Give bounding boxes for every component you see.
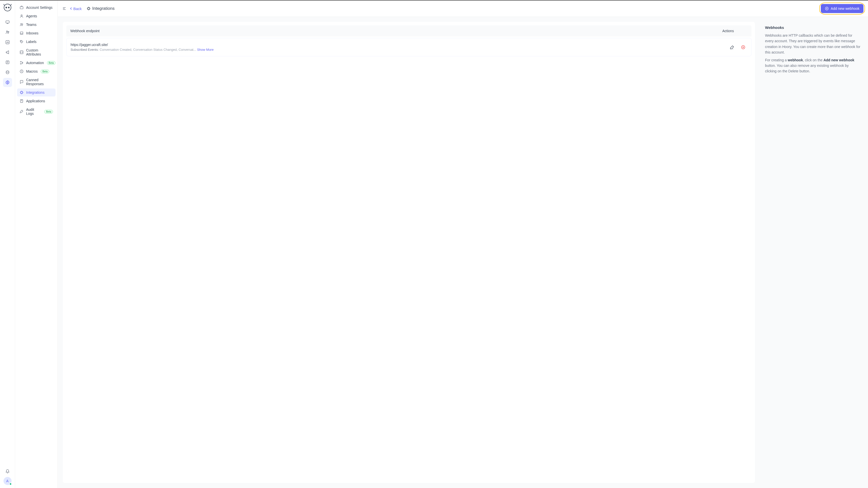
pencil-icon bbox=[730, 45, 734, 50]
status-online-icon bbox=[9, 483, 12, 485]
integrations-icon bbox=[87, 6, 91, 10]
sidebar-label: Automation bbox=[26, 61, 44, 65]
tag-icon bbox=[20, 40, 24, 44]
sidebar-label: Macros bbox=[26, 69, 38, 73]
applications-icon bbox=[20, 99, 24, 103]
sidebar-item-inboxes[interactable]: Inboxes bbox=[17, 29, 56, 37]
webhook-info: https://jagger.ucraft.site/ Subscribed E… bbox=[70, 43, 728, 52]
add-webhook-button[interactable]: Add new webhook bbox=[821, 4, 864, 13]
svg-point-13 bbox=[21, 15, 22, 16]
rail-library-icon[interactable] bbox=[3, 58, 12, 67]
edit-webhook-button[interactable] bbox=[728, 43, 736, 51]
inbox-icon bbox=[20, 31, 24, 35]
sidebar-item-labels[interactable]: Labels bbox=[17, 38, 56, 46]
delete-webhook-button[interactable] bbox=[739, 43, 747, 51]
sidebar-label: Account Settings bbox=[26, 5, 53, 9]
user-avatar[interactable]: A bbox=[3, 477, 11, 485]
svg-point-16 bbox=[21, 41, 21, 41]
table-header: Webhook endpoint Actions bbox=[66, 25, 751, 36]
svg-point-10 bbox=[8, 72, 8, 72]
rail-campaigns-icon[interactable] bbox=[3, 48, 12, 57]
sidebar-label: Custom Attributes bbox=[26, 48, 53, 56]
info-paragraph-1: Webhooks are HTTP callbacks which can be… bbox=[765, 33, 861, 55]
menu-toggle-icon[interactable] bbox=[62, 6, 66, 10]
page-header: Back Integrations Add new webhook bbox=[58, 0, 868, 17]
col-header-actions: Actions bbox=[722, 29, 747, 33]
sidebar-label: Agents bbox=[26, 14, 37, 18]
beta-badge: Beta bbox=[44, 110, 53, 114]
svg-point-1 bbox=[6, 7, 7, 8]
main-content: Back Integrations Add new webhook Webhoo… bbox=[58, 0, 868, 488]
webhook-row: https://jagger.ucraft.site/ Subscribed E… bbox=[66, 38, 751, 56]
events-label: Subscribed Events: bbox=[70, 48, 100, 52]
x-circle-icon bbox=[741, 45, 745, 50]
chevron-left-icon bbox=[69, 7, 73, 10]
svg-point-11 bbox=[7, 82, 8, 83]
page-title-text: Integrations bbox=[92, 6, 115, 11]
app-logo[interactable] bbox=[3, 3, 11, 11]
sidebar-item-applications[interactable]: Applications bbox=[17, 97, 56, 105]
sidebar-item-automation[interactable]: Automation Beta bbox=[17, 59, 56, 67]
show-more-link[interactable]: Show More bbox=[197, 48, 214, 52]
svg-rect-3 bbox=[6, 21, 9, 23]
sidebar-item-canned-responses[interactable]: Canned Responses bbox=[17, 76, 56, 88]
audit-icon bbox=[20, 110, 24, 114]
integrations-icon bbox=[20, 90, 24, 94]
sidebar-label: Applications bbox=[26, 99, 45, 103]
automation-icon bbox=[20, 61, 24, 65]
sidebar-label: Inboxes bbox=[26, 31, 38, 35]
back-link[interactable]: Back bbox=[69, 6, 82, 11]
content-area: Webhook endpoint Actions https://jagger.… bbox=[58, 17, 868, 488]
svg-point-8 bbox=[6, 71, 9, 74]
svg-point-4 bbox=[6, 31, 7, 32]
webhook-events: Subscribed Events: Conversation Created,… bbox=[70, 48, 728, 52]
sidebar-item-audit-logs[interactable]: Audit Logs Beta bbox=[17, 105, 56, 118]
settings-sidebar: Account Settings Agents Teams Inboxes La… bbox=[15, 0, 58, 488]
back-label: Back bbox=[73, 6, 82, 11]
sidebar-item-macros[interactable]: Macros Beta bbox=[17, 67, 56, 75]
svg-point-2 bbox=[8, 7, 9, 8]
sidebar-item-integrations[interactable]: Integrations bbox=[17, 88, 56, 96]
svg-point-18 bbox=[20, 62, 21, 62]
people-icon bbox=[20, 23, 24, 27]
webhook-url: https://jagger.ucraft.site/ bbox=[70, 43, 728, 47]
info-title: Webhooks bbox=[765, 25, 861, 30]
sidebar-label: Teams bbox=[26, 23, 36, 27]
plus-circle-icon bbox=[825, 6, 829, 10]
avatar-initial: A bbox=[6, 479, 8, 483]
sidebar-label: Integrations bbox=[26, 90, 44, 94]
rail-contacts-icon[interactable] bbox=[3, 28, 12, 37]
sidebar-label: Labels bbox=[26, 40, 36, 44]
beta-badge: Beta bbox=[41, 70, 50, 73]
rail-reports-icon[interactable] bbox=[3, 38, 12, 47]
briefcase-icon bbox=[20, 5, 24, 9]
col-header-endpoint: Webhook endpoint bbox=[70, 29, 722, 33]
svg-point-20 bbox=[20, 64, 21, 64]
svg-point-15 bbox=[22, 24, 23, 24]
svg-point-14 bbox=[21, 23, 22, 24]
rail-bot-icon[interactable] bbox=[3, 68, 12, 77]
canned-icon bbox=[20, 80, 24, 84]
rail-chat-icon[interactable] bbox=[3, 18, 12, 27]
events-preview: Conversation Created, Conversation Statu… bbox=[100, 48, 197, 52]
svg-point-9 bbox=[7, 72, 7, 72]
svg-point-5 bbox=[8, 31, 9, 32]
svg-point-0 bbox=[4, 4, 11, 11]
svg-rect-12 bbox=[20, 7, 23, 9]
webhooks-table-container: Webhook endpoint Actions https://jagger.… bbox=[63, 22, 755, 483]
add-webhook-label: Add new webhook bbox=[831, 6, 860, 10]
sidebar-item-teams[interactable]: Teams bbox=[17, 21, 56, 29]
sidebar-item-custom-attributes[interactable]: Custom Attributes bbox=[17, 46, 56, 58]
page-title: Integrations bbox=[87, 6, 115, 11]
person-icon bbox=[20, 14, 24, 18]
icon-rail: A bbox=[0, 0, 15, 488]
rail-notifications-icon[interactable] bbox=[3, 467, 12, 476]
macros-icon bbox=[20, 69, 24, 73]
sidebar-item-account-settings[interactable]: Account Settings bbox=[17, 3, 56, 11]
sidebar-label: Audit Logs bbox=[26, 108, 41, 116]
beta-badge: Beta bbox=[47, 61, 56, 65]
info-paragraph-2: For creating a webhook, click on the Add… bbox=[765, 57, 861, 74]
rail-settings-icon[interactable] bbox=[3, 78, 12, 87]
webhook-actions bbox=[728, 43, 747, 51]
sidebar-item-agents[interactable]: Agents bbox=[17, 12, 56, 20]
